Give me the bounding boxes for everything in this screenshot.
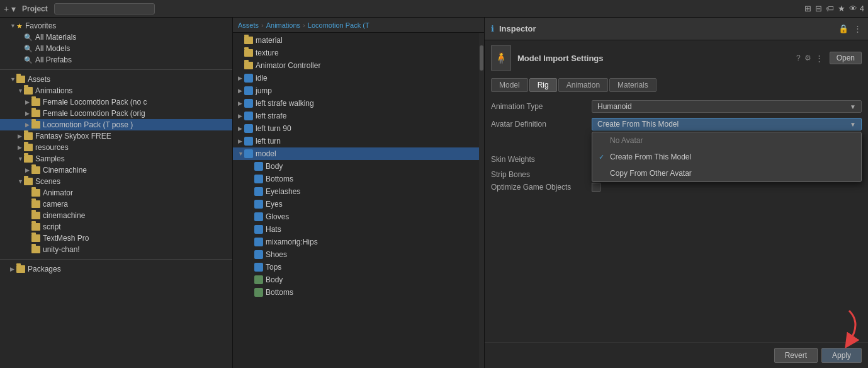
menu-create-from-model[interactable]: Create From This Model bbox=[592, 149, 861, 165]
favorites-section[interactable]: ★ Favorites bbox=[0, 20, 232, 32]
animator-item[interactable]: Animator bbox=[0, 187, 232, 198]
scenes-icon bbox=[24, 178, 33, 185]
breadcrumb-animations[interactable]: Animations bbox=[266, 21, 300, 29]
more-icon[interactable]: ⋮ bbox=[854, 24, 862, 33]
help-icon[interactable]: ? bbox=[796, 54, 801, 62]
tag-icon[interactable]: 🏷 bbox=[826, 4, 834, 13]
file-body[interactable]: Body bbox=[233, 160, 479, 173]
file-texture[interactable]: texture bbox=[233, 47, 479, 59]
settings-icon[interactable]: ⚙ bbox=[804, 54, 811, 62]
strip-bones-label: Strip Bones bbox=[491, 170, 592, 179]
all-prefabs-search-icon: 🔍 bbox=[24, 56, 33, 64]
breadcrumb-assets[interactable]: Assets bbox=[238, 21, 259, 29]
file-idle[interactable]: idle bbox=[233, 72, 479, 84]
packages-section[interactable]: Packages bbox=[0, 263, 232, 275]
animation-type-dropdown[interactable]: Humanoid ▼ bbox=[592, 100, 862, 113]
file-left-turn[interactable]: left turn bbox=[233, 135, 479, 147]
samples-arrow bbox=[18, 156, 24, 162]
locomotion-tpose-icon bbox=[31, 121, 40, 129]
scenes-item[interactable]: Scenes bbox=[0, 176, 232, 187]
camera-item[interactable]: camera bbox=[0, 198, 232, 210]
female-loco-no-item[interactable]: Female Locomotion Pack (no c bbox=[0, 96, 232, 108]
avatar-definition-dropdown[interactable]: Create From This Model ▼ bbox=[592, 118, 862, 130]
columns-icon[interactable]: ⊟ bbox=[815, 4, 822, 13]
cinemachine-label: Cinemachine bbox=[43, 166, 87, 175]
layout-icon[interactable]: ⊞ bbox=[804, 4, 811, 13]
assets-label: Assets bbox=[28, 75, 50, 84]
tab-animation[interactable]: Animation bbox=[558, 78, 608, 92]
file-gloves[interactable]: Gloves bbox=[233, 210, 479, 223]
all-materials-item[interactable]: 🔍 All Materials bbox=[0, 32, 232, 43]
breadcrumb-locomotion[interactable]: Locomotion Pack (T bbox=[308, 21, 369, 29]
all-models-item[interactable]: 🔍 All Models bbox=[0, 43, 232, 54]
file-eyes[interactable]: Eyes bbox=[233, 198, 479, 210]
all-models-label: All Models bbox=[35, 44, 70, 53]
ls-mesh-icon bbox=[244, 112, 253, 120]
favorites-label: Favorites bbox=[25, 21, 56, 30]
lock-icon[interactable]: 🔒 bbox=[838, 24, 848, 33]
animation-type-label: Animation Type bbox=[491, 102, 592, 111]
toolbar-icons: ⊞ ⊟ 🏷 ★ 👁 4 bbox=[804, 4, 864, 13]
unitychan-item[interactable]: unity-chan! bbox=[0, 244, 232, 255]
all-materials-search-icon: 🔍 bbox=[24, 33, 33, 42]
file-left-turn-90[interactable]: left turn 90 bbox=[233, 122, 479, 135]
animation-type-control: Humanoid ▼ bbox=[592, 100, 862, 113]
model-icons-right: ? ⚙ ⋮ bbox=[796, 54, 823, 63]
animator-icon bbox=[31, 189, 40, 197]
model-more-icon[interactable]: ⋮ bbox=[815, 54, 823, 63]
tab-rig[interactable]: Rig bbox=[529, 78, 557, 92]
search-input[interactable] bbox=[54, 3, 155, 14]
add-button[interactable]: + ▾ bbox=[4, 4, 16, 14]
female-loco-orig-item[interactable]: Female Locomotion Pack (orig bbox=[0, 108, 232, 119]
cinemachine2-item[interactable]: cinemachine bbox=[0, 210, 232, 221]
copy-from-other-label: Copy From Other Avatar bbox=[610, 169, 692, 178]
file-bottoms2[interactable]: Bottoms bbox=[233, 286, 479, 299]
menu-copy-other-avatar[interactable]: Copy From Other Avatar bbox=[592, 165, 861, 181]
breadcrumb-sep2: › bbox=[303, 21, 305, 29]
file-mixamorig[interactable]: mixamorig:Hips bbox=[233, 236, 479, 248]
lt90-arrow bbox=[238, 125, 244, 132]
eye-icon[interactable]: 👁 4 bbox=[849, 4, 864, 13]
avatar-definition-label: Avatar Definition bbox=[491, 120, 592, 129]
tab-materials[interactable]: Materials bbox=[609, 78, 657, 92]
file-body2[interactable]: Body bbox=[233, 273, 479, 286]
file-model[interactable]: model bbox=[233, 147, 479, 160]
ls-arrow bbox=[238, 113, 244, 119]
revert-button[interactable]: Revert bbox=[774, 348, 818, 363]
jump-mesh-icon bbox=[244, 86, 253, 95]
breadcrumb-bar: Assets › Animations › Locomotion Pack (T bbox=[233, 18, 484, 33]
samples-item[interactable]: Samples bbox=[0, 153, 232, 164]
file-bottoms[interactable]: Bottoms bbox=[233, 173, 479, 185]
file-left-strafe-walking[interactable]: left strafe walking bbox=[233, 97, 479, 110]
file-left-strafe[interactable]: left strafe bbox=[233, 110, 479, 122]
no-avatar-label: No Avatar bbox=[610, 136, 643, 145]
file-animator-ctrl[interactable]: Animator Controller bbox=[233, 59, 479, 72]
menu-no-avatar[interactable]: No Avatar bbox=[592, 132, 861, 149]
fantasy-skybox-item[interactable]: Fantasy Skybox FREE bbox=[0, 130, 232, 142]
optimize-label: Optimize Game Objects bbox=[491, 183, 592, 192]
locomotion-tpose-item[interactable]: Locomotion Pack (T pose ) bbox=[0, 119, 232, 130]
textmesh-item[interactable]: TextMesh Pro bbox=[0, 233, 232, 244]
tab-model[interactable]: Model bbox=[491, 78, 528, 92]
apply-button[interactable]: Apply bbox=[821, 348, 862, 363]
body-label: Body bbox=[266, 162, 283, 171]
resources-item[interactable]: resources bbox=[0, 142, 232, 153]
file-eyelashes[interactable]: Eyelashes bbox=[233, 185, 479, 198]
mid-scrollbar[interactable] bbox=[479, 33, 484, 368]
file-shoes[interactable]: Shoes bbox=[233, 248, 479, 261]
scenes-arrow bbox=[18, 178, 24, 185]
file-material[interactable]: material bbox=[233, 34, 479, 47]
assets-section[interactable]: Assets bbox=[0, 74, 232, 85]
lsw-arrow bbox=[238, 100, 244, 106]
file-hats[interactable]: Hats bbox=[233, 223, 479, 236]
eyes-mesh-icon bbox=[254, 200, 263, 209]
script-item[interactable]: script bbox=[0, 221, 232, 233]
cinemachine-item[interactable]: Cinemachine bbox=[0, 164, 232, 176]
open-button[interactable]: Open bbox=[830, 52, 862, 64]
file-jump[interactable]: jump bbox=[233, 84, 479, 97]
file-tops[interactable]: Tops bbox=[233, 261, 479, 273]
star-icon[interactable]: ★ bbox=[838, 4, 845, 13]
optimize-checkbox[interactable] bbox=[592, 183, 600, 192]
all-prefabs-item[interactable]: 🔍 All Prefabs bbox=[0, 54, 232, 66]
animations-item[interactable]: Animations bbox=[0, 85, 232, 96]
